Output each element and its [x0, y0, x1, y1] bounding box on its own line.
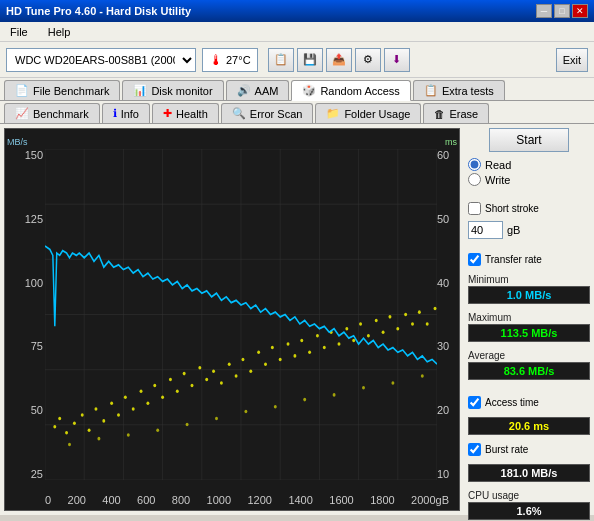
svg-point-60 — [359, 322, 362, 326]
svg-point-42 — [228, 362, 231, 366]
right-panel: Start Read Write Short stroke gB Transfe… — [464, 124, 594, 515]
tab-benchmark[interactable]: 📈 Benchmark — [4, 103, 100, 123]
svg-point-46 — [257, 351, 260, 355]
write-radio[interactable] — [468, 173, 481, 186]
burst-rate-block: 181.0 MB/s — [468, 464, 590, 482]
tab-info-label: Info — [121, 108, 139, 120]
tab-random-access[interactable]: 🎲 Random Access — [291, 80, 410, 101]
tab-erase[interactable]: 🗑 Erase — [423, 103, 489, 123]
menu-help[interactable]: Help — [44, 25, 75, 39]
cpu-usage-value: 1.6% — [468, 502, 590, 520]
thermometer-icon: 🌡 — [209, 52, 223, 68]
erase-icon: 🗑 — [434, 108, 445, 120]
svg-point-78 — [274, 405, 277, 409]
short-stroke-label: Short stroke — [485, 203, 539, 214]
cpu-usage-block: CPU usage 1.6% — [468, 490, 590, 520]
short-stroke-input[interactable] — [468, 221, 503, 239]
svg-point-22 — [81, 413, 84, 417]
tab-folder-usage[interactable]: 📁 Folder Usage — [315, 103, 421, 123]
svg-point-71 — [68, 443, 71, 447]
tab-file-benchmark[interactable]: 📄 File Benchmark — [4, 80, 120, 100]
svg-point-31 — [146, 401, 149, 405]
svg-point-62 — [375, 319, 378, 323]
y-label-mbs: MB/s — [7, 137, 28, 147]
burst-rate-value: 181.0 MB/s — [468, 464, 590, 482]
settings-button[interactable]: ⚙ — [355, 48, 381, 72]
svg-point-76 — [215, 417, 218, 421]
svg-point-20 — [65, 431, 68, 435]
random-access-icon: 🎲 — [302, 84, 316, 97]
close-button[interactable]: ✕ — [572, 4, 588, 18]
svg-point-21 — [73, 421, 76, 425]
menu-file[interactable]: File — [6, 25, 32, 39]
tab-health[interactable]: ✚ Health — [152, 103, 219, 123]
svg-point-75 — [186, 423, 189, 427]
tab-file-benchmark-label: File Benchmark — [33, 85, 109, 97]
svg-point-38 — [198, 366, 201, 370]
y-axis-right: 60 50 40 30 20 10 — [437, 149, 457, 480]
access-time-checkbox[interactable] — [468, 396, 481, 409]
svg-point-69 — [426, 322, 429, 326]
access-time-label: Access time — [485, 397, 539, 408]
svg-point-68 — [418, 310, 421, 314]
svg-point-26 — [110, 401, 113, 405]
folder-usage-icon: 📁 — [326, 107, 340, 120]
tabs-row1: 📄 File Benchmark 📊 Disk monitor 🔊 AAM 🎲 … — [0, 78, 594, 101]
export-button[interactable]: 📤 — [326, 48, 352, 72]
burst-rate-label: Burst rate — [485, 444, 528, 455]
svg-point-55 — [323, 346, 326, 350]
svg-point-77 — [244, 410, 247, 414]
svg-point-40 — [212, 369, 215, 373]
tab-info[interactable]: ℹ Info — [102, 103, 150, 123]
svg-point-61 — [367, 334, 370, 338]
access-time-checkbox-item: Access time — [468, 396, 590, 409]
svg-point-30 — [140, 390, 143, 394]
tab-disk-monitor[interactable]: 📊 Disk monitor — [122, 80, 223, 100]
disk-selector[interactable]: WDC WD20EARS-00S8B1 (2000 gB) — [6, 48, 196, 72]
save-button[interactable]: 💾 — [297, 48, 323, 72]
title-bar: HD Tune Pro 4.60 - Hard Disk Utility ─ □… — [0, 0, 594, 22]
average-block: Average 83.6 MB/s — [468, 350, 590, 380]
average-value: 83.6 MB/s — [468, 362, 590, 380]
transfer-rate-checkbox[interactable] — [468, 253, 481, 266]
file-benchmark-icon: 📄 — [15, 84, 29, 97]
maximize-button[interactable]: □ — [554, 4, 570, 18]
toolbar: WDC WD20EARS-00S8B1 (2000 gB) 🌡 27°C 📋 💾… — [0, 42, 594, 78]
read-radio-item[interactable]: Read — [468, 158, 590, 171]
minimize-button[interactable]: ─ — [536, 4, 552, 18]
tab-aam[interactable]: 🔊 AAM — [226, 80, 290, 100]
tab-extra-tests[interactable]: 📋 Extra tests — [413, 80, 505, 100]
x-axis-labels: 0 200 400 600 800 1000 1200 1400 1600 18… — [45, 494, 449, 506]
svg-point-50 — [287, 342, 290, 346]
svg-point-33 — [161, 395, 164, 399]
svg-point-45 — [249, 369, 252, 373]
svg-point-37 — [191, 384, 194, 388]
svg-point-83 — [421, 374, 424, 378]
menu-bar: File Help — [0, 22, 594, 42]
exit-button[interactable]: Exit — [556, 48, 588, 72]
svg-point-32 — [153, 384, 156, 388]
read-write-group: Read Write — [468, 156, 590, 188]
svg-point-51 — [293, 354, 296, 358]
svg-point-24 — [94, 407, 97, 411]
maximum-value: 113.5 MB/s — [468, 324, 590, 342]
svg-point-74 — [156, 429, 159, 433]
tab-error-scan[interactable]: 🔍 Error Scan — [221, 103, 314, 123]
tab-disk-monitor-label: Disk monitor — [151, 85, 212, 97]
svg-point-64 — [388, 315, 391, 319]
start-button[interactable]: Start — [489, 128, 569, 152]
write-radio-item[interactable]: Write — [468, 173, 590, 186]
app-title: HD Tune Pro 4.60 - Hard Disk Utility — [6, 5, 191, 17]
disk-monitor-icon: 📊 — [133, 84, 147, 97]
y-axis-left: 150 125 100 75 50 25 — [7, 149, 43, 480]
disk-info-button[interactable]: ⬇ — [384, 48, 410, 72]
svg-point-72 — [97, 437, 100, 441]
svg-point-19 — [58, 417, 61, 421]
burst-rate-checkbox[interactable] — [468, 443, 481, 456]
read-radio[interactable] — [468, 158, 481, 171]
copy-button[interactable]: 📋 — [268, 48, 294, 72]
svg-point-67 — [411, 322, 414, 326]
short-stroke-checkbox[interactable] — [468, 202, 481, 215]
svg-point-44 — [241, 358, 244, 362]
write-label: Write — [485, 174, 510, 186]
